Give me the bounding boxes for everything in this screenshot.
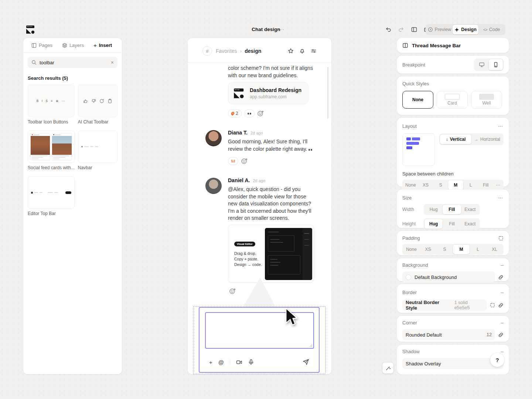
breadcrumb-current[interactable]: design [245,48,261,54]
subframe-link-logo-icon [233,87,245,99]
tab-layers[interactable]: Layers [62,42,84,48]
eyes-reaction-pill[interactable] [244,109,255,117]
filter-sliders-icon[interactable] [311,48,317,54]
document-menu-icon[interactable]: ··· [278,26,284,32]
raised-hands-reaction-pill[interactable] [228,157,238,165]
collapse-icon[interactable]: – [501,348,504,354]
resize-handle-icon[interactable] [309,344,313,347]
result-toolbar-icon-buttons[interactable]: B I S ≡ ≣ ⋯ Toolbar Icon Buttons [28,85,75,125]
collapse-icon[interactable]: – [501,289,504,295]
width-fill[interactable]: Fill [443,205,461,214]
canvas-scrollbar[interactable] [327,67,328,119]
space-m[interactable]: M [448,180,463,190]
message-author[interactable]: Diana T. [228,130,248,136]
result-navbar[interactable]: Navbar [78,130,117,170]
link-preview-card[interactable]: Dashboard Redesign app.subframe.com [228,82,308,104]
add-reaction-icon[interactable] [229,288,236,295]
redo-icon[interactable] [397,25,405,34]
search-icon [31,60,37,65]
mode-preview-button[interactable]: Preview [426,25,453,34]
undo-icon[interactable] [384,25,392,34]
quick-style-none[interactable]: None [402,91,433,109]
tab-pages[interactable]: Pages [31,42,52,48]
layers-icon [62,43,67,48]
attach-plus-icon[interactable]: + [209,359,212,365]
collapse-icon[interactable]: – [501,262,504,268]
size-more-icon[interactable]: ⋯ [498,195,504,201]
height-fill[interactable]: Fill [443,219,461,229]
padding-s[interactable]: S [436,245,453,254]
space-none[interactable]: None [403,180,418,190]
star-icon[interactable] [288,48,294,54]
fire-reaction-pill[interactable]: 2 [228,109,242,117]
corner-value-row[interactable]: Rounded Default 12 [402,329,495,340]
width-hug[interactable]: Hug [424,205,443,214]
result-social-feed-cards[interactable]: Social feed cards with... [28,130,75,170]
shadow-value-row[interactable]: Shadow Overlay [402,358,504,369]
component-title: Thread Message Bar [412,43,461,48]
padding-l[interactable]: L [470,245,486,254]
breakpoint-mobile-button[interactable] [489,59,503,70]
corner-radius-value: 12 [487,332,492,337]
space-more-icon[interactable]: ⋯ [493,180,503,190]
video-icon[interactable] [236,359,242,365]
collapse-icon[interactable]: – [501,320,504,325]
attachment-tagline: Drag & drop. Copy + paste. Design → code… [234,251,265,267]
result-ai-chat-toolbar[interactable]: AI Chat Toolbar [78,85,117,125]
avatar-diana[interactable] [205,130,222,146]
mention-at-icon[interactable]: @ [218,359,224,365]
space-l[interactable]: L [463,180,478,190]
padding-m[interactable]: M [453,245,470,254]
add-reaction-icon[interactable] [257,110,264,117]
quick-styles-card: Quick Styles None Card Well [397,76,509,115]
space-fill[interactable]: Fill [478,180,493,190]
add-reaction-icon[interactable] [241,158,248,165]
message-author[interactable]: Daniel A. [228,177,250,183]
direction-horizontal-button[interactable]: → Horizontal [471,134,503,144]
mode-design-button[interactable]: Design [453,25,479,34]
width-exact[interactable]: Exact [461,205,479,214]
padding-xs[interactable]: XS [420,245,436,254]
search-input[interactable] [40,60,108,65]
space-s[interactable]: S [433,180,448,190]
mode-code-button[interactable]: <> Code [478,25,505,34]
tab-insert[interactable]: + Insert [93,42,112,48]
avatar-daniel[interactable] [205,178,222,194]
quick-style-well[interactable]: Well [471,91,502,109]
subframe-logo-icon[interactable] [26,24,36,34]
well-style-swatch [479,94,494,100]
individual-border-icon[interactable] [490,303,495,308]
microphone-icon[interactable] [248,359,254,365]
padding-xl[interactable]: XL [486,245,503,254]
breakpoint-card: Breakpoint [397,56,509,74]
result-label: Navbar [78,165,117,170]
breakpoint-desktop-button[interactable] [475,59,489,70]
magic-wand-button[interactable] [382,362,393,374]
toggle-left-panel-icon[interactable] [410,25,418,34]
thread-message-bar-component[interactable]: + @ [199,307,320,373]
link-token-icon[interactable] [498,274,504,280]
breadcrumb-parent[interactable]: Favorites [216,48,237,54]
border-value-row[interactable]: Neutral Border Style 1 solid e5e5e5 [402,300,487,311]
layout-more-icon[interactable]: ⋯ [498,123,504,129]
height-exact[interactable]: Exact [461,219,479,229]
toolbar-divider [230,359,230,365]
link-token-icon[interactable] [498,303,504,308]
individual-padding-icon[interactable] [498,236,504,241]
help-button[interactable]: ? [490,353,504,367]
result-editor-top-bar[interactable]: Editor Top Bar [28,176,75,216]
image-attachment[interactable]: Visual Editor Drag & drop. Copy + paste.… [228,225,314,283]
clear-search-icon[interactable]: × [111,59,114,65]
quick-style-card[interactable]: Card [437,91,468,109]
component-search[interactable]: × [28,57,117,68]
shadow-label: Shadow [402,349,420,354]
background-value-row[interactable]: Default Background [402,272,495,283]
background-label: Background [402,262,428,268]
padding-none[interactable]: None [403,245,420,254]
link-token-icon[interactable] [498,332,504,338]
space-xs[interactable]: XS [418,180,433,190]
direction-vertical-button[interactable]: ↓ Vertical [440,134,471,144]
bell-icon[interactable] [299,48,305,54]
height-hug[interactable]: Hug [424,219,443,229]
send-icon[interactable] [303,359,309,365]
